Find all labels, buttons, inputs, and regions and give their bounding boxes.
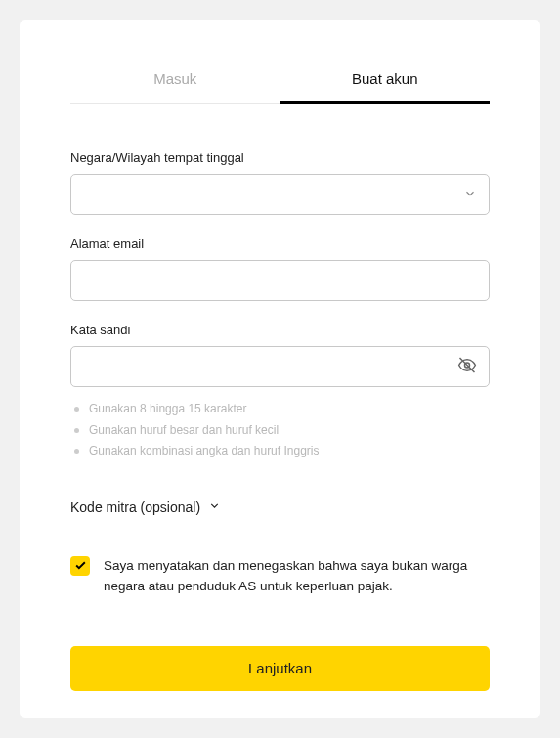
country-select[interactable] [70, 174, 490, 215]
bullet-icon [74, 428, 79, 433]
email-field-group: Alamat email [70, 237, 490, 301]
password-field-group: Kata sandi Gunakan 8 hingga 15 karakter … [70, 323, 490, 462]
email-field[interactable] [70, 260, 490, 301]
partner-code-toggle[interactable]: Kode mitra (opsional) [70, 499, 490, 515]
password-hint: Gunakan huruf besar dan huruf kecil [74, 420, 490, 442]
chevron-down-icon [463, 187, 477, 203]
password-input-wrapper [70, 346, 490, 387]
declaration-checkbox[interactable] [70, 556, 90, 576]
email-label: Alamat email [70, 237, 490, 251]
password-hint: Gunakan kombinasi angka dan huruf Inggri… [74, 441, 490, 462]
signup-card: Masuk Buat akun Negara/Wilayah tempat ti… [20, 20, 540, 718]
auth-tabs: Masuk Buat akun [70, 70, 490, 104]
bullet-icon [74, 449, 79, 454]
check-icon [74, 559, 87, 572]
password-hint: Gunakan 8 hingga 15 karakter [74, 399, 490, 420]
declaration-text: Saya menyatakan dan menegaskan bahwa say… [104, 556, 490, 597]
bullet-icon [74, 407, 79, 412]
declaration-row: Saya menyatakan dan menegaskan bahwa say… [70, 556, 490, 597]
tab-signin[interactable]: Masuk [70, 70, 280, 104]
country-label: Negara/Wilayah tempat tinggal [70, 151, 490, 165]
continue-button[interactable]: Lanjutkan [70, 646, 490, 691]
partner-code-label: Kode mitra (opsional) [70, 499, 200, 515]
tab-signup[interactable]: Buat akun [280, 70, 491, 104]
country-field-group: Negara/Wilayah tempat tinggal [70, 151, 490, 215]
password-label: Kata sandi [70, 323, 490, 337]
eye-off-icon[interactable] [457, 356, 477, 378]
password-hints: Gunakan 8 hingga 15 karakter Gunakan hur… [70, 399, 490, 462]
chevron-down-icon [208, 499, 221, 515]
password-field[interactable] [83, 347, 450, 386]
